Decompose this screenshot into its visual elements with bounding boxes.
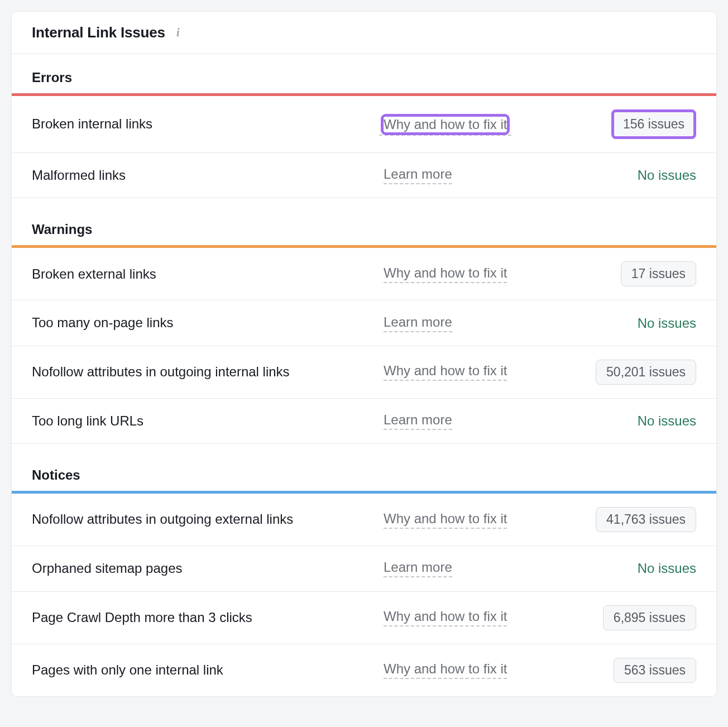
issue-status-cell: 6,895 issues: [573, 605, 696, 630]
no-issues-label: No issues: [638, 561, 696, 576]
issue-name: Malformed links: [32, 166, 372, 184]
no-issues-label: No issues: [638, 413, 696, 429]
issue-name: Too many on-page links: [32, 314, 372, 332]
issue-status-cell: 17 issues: [573, 261, 696, 286]
issue-status-cell: 563 issues: [573, 658, 696, 683]
issue-hint-link[interactable]: Learn more: [384, 559, 452, 577]
issue-name: Nofollow attributes in outgoing internal…: [32, 363, 372, 381]
issue-hint-cell: Learn more: [384, 314, 562, 332]
card-header: Internal Link Issues i: [12, 12, 716, 54]
issue-hint-cell: Why and how to fix it: [384, 661, 562, 679]
card-title: Internal Link Issues: [32, 24, 165, 41]
issue-name: Broken internal links: [32, 115, 372, 133]
issue-row: Nofollow attributes in outgoing external…: [12, 494, 716, 546]
issue-status-cell: 41,763 issues: [573, 507, 696, 532]
issue-count-button[interactable]: 563 issues: [614, 658, 696, 683]
issue-hint-cell: Learn more: [384, 166, 562, 184]
issue-hint-link[interactable]: Why and how to fix it: [384, 661, 507, 679]
highlight-box: Why and how to fix it: [384, 117, 507, 132]
issue-hint-cell: Learn more: [384, 559, 562, 577]
issue-row: Pages with only one internal link Why an…: [12, 644, 716, 696]
issue-count-button[interactable]: 41,763 issues: [596, 507, 696, 532]
issue-count-button[interactable]: 6,895 issues: [603, 605, 696, 630]
issue-hint-cell: Why and how to fix it: [384, 363, 562, 381]
issue-status-cell: No issues: [573, 168, 696, 183]
issue-name: Page Crawl Depth more than 3 clicks: [32, 609, 372, 626]
issue-status-cell: 156 issues: [573, 109, 696, 139]
section-heading-notices: Notices: [12, 444, 716, 491]
section-heading-warnings: Warnings: [12, 198, 716, 245]
issue-name: Nofollow attributes in outgoing external…: [32, 510, 372, 528]
issue-hint-cell: Why and how to fix it: [384, 609, 562, 626]
issue-row: Too long link URLs Learn more No issues: [12, 399, 716, 444]
issue-name: Pages with only one internal link: [32, 661, 372, 679]
issue-row: Broken internal links Why and how to fix…: [12, 96, 716, 153]
issue-hint-link[interactable]: Learn more: [384, 166, 452, 184]
issue-hint-link[interactable]: Why and how to fix it: [384, 609, 507, 626]
section-heading-errors: Errors: [12, 54, 716, 93]
issue-row: Too many on-page links Learn more No iss…: [12, 300, 716, 346]
issue-status-cell: No issues: [573, 315, 696, 331]
issue-name: Too long link URLs: [32, 412, 372, 430]
issue-row: Orphaned sitemap pages Learn more No iss…: [12, 546, 716, 591]
issue-row: Broken external links Why and how to fix…: [12, 248, 716, 300]
issue-hint-cell: Why and how to fix it: [384, 265, 562, 283]
issue-hint-link[interactable]: Learn more: [384, 412, 452, 430]
issue-hint-link[interactable]: Why and how to fix it: [384, 511, 507, 529]
issue-row: Page Crawl Depth more than 3 clicks Why …: [12, 592, 716, 644]
issue-status-cell: 50,201 issues: [573, 360, 696, 385]
no-issues-label: No issues: [638, 168, 696, 183]
issue-hint-link[interactable]: Why and how to fix it: [379, 113, 511, 136]
info-icon[interactable]: i: [172, 27, 184, 39]
issue-hint-link[interactable]: Why and how to fix it: [384, 363, 507, 381]
issue-count-button[interactable]: 50,201 issues: [596, 360, 696, 385]
issue-count-button[interactable]: 156 issues: [611, 109, 696, 139]
issue-status-cell: No issues: [573, 561, 696, 576]
internal-link-issues-card: Internal Link Issues i Errors Broken int…: [11, 11, 717, 697]
issue-hint-link[interactable]: Why and how to fix it: [384, 265, 507, 283]
issue-hint-link[interactable]: Learn more: [384, 314, 452, 332]
issue-row: Malformed links Learn more No issues: [12, 153, 716, 198]
issue-hint-cell: Why and how to fix it: [384, 511, 562, 529]
issue-hint-cell: Learn more: [384, 412, 562, 430]
issue-status-cell: No issues: [573, 413, 696, 429]
issue-name: Broken external links: [32, 265, 372, 283]
issue-hint-cell: Why and how to fix it: [384, 117, 562, 132]
no-issues-label: No issues: [638, 315, 696, 331]
issue-name: Orphaned sitemap pages: [32, 559, 372, 577]
issue-count-button[interactable]: 17 issues: [621, 261, 696, 286]
issue-row: Nofollow attributes in outgoing internal…: [12, 346, 716, 399]
